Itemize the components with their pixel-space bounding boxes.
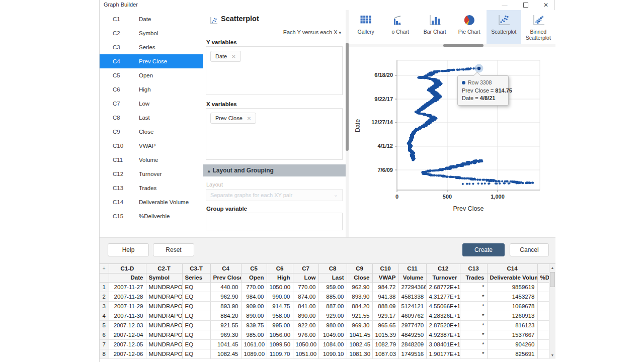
column-list-item[interactable]: C13Trades	[100, 181, 203, 195]
gallery-item-bar-chart[interactable]: Bar Chart	[418, 10, 452, 47]
table-cell[interactable]: 2.87520E+14	[426, 320, 460, 330]
row-number-cell[interactable]: 6	[100, 330, 109, 339]
column-list-item[interactable]: C6High	[100, 82, 203, 97]
table-cell[interactable]: 958.00	[267, 311, 293, 320]
worksheet-grid[interactable]: +C1-DC2-TC3-TC4C5C6C7C8C9C10C11C12C13C14…	[100, 264, 549, 359]
table-cell[interactable]: 4.31277E+14	[426, 292, 460, 301]
table-cell[interactable]: MUNDRAPORT	[146, 301, 182, 311]
table-cell[interactable]: 1082.45	[347, 339, 372, 349]
create-button[interactable]: Create	[462, 243, 505, 256]
table-cell[interactable]: 1537667	[487, 330, 537, 339]
column-code-header[interactable]: C3-T	[182, 264, 210, 273]
table-cell[interactable]: *	[460, 339, 487, 349]
table-cell[interactable]: 890.00	[241, 311, 267, 320]
column-list-item[interactable]: C9Close	[100, 125, 203, 139]
column-list-item[interactable]: C4Prev Close	[100, 54, 203, 68]
table-cell[interactable]: 1089.00	[241, 349, 267, 358]
gallery-item-scatterplot[interactable]: Scatterplot	[487, 10, 521, 47]
table-cell[interactable]: 887.00	[318, 301, 347, 311]
scroll-down-icon[interactable]: ▼	[549, 352, 555, 358]
table-cell[interactable]: 922.00	[293, 320, 318, 330]
row-number-cell[interactable]: 8	[100, 349, 109, 358]
y-variable-chip[interactable]: Date✕	[210, 51, 241, 62]
table-cell[interactable]: 909.00	[241, 301, 267, 311]
table-cell[interactable]: EQ	[182, 301, 210, 311]
table-cell[interactable]: 929.00	[318, 311, 347, 320]
table-cell[interactable]: 885.00	[318, 292, 347, 301]
y-variables-box[interactable]: Date✕	[206, 46, 343, 95]
table-cell[interactable]: 816123	[487, 320, 537, 330]
table-cell[interactable]	[537, 349, 549, 358]
table-cell[interactable]: EQ	[182, 311, 210, 320]
table-cell[interactable]: 3.08401E+14	[426, 339, 460, 349]
table-cell[interactable]: 1015.39	[372, 330, 398, 339]
row-number-cell[interactable]: 5	[100, 320, 109, 330]
help-button[interactable]: Help	[108, 243, 149, 256]
column-code-header[interactable]: C10	[372, 264, 398, 273]
table-cell[interactable]: 959.00	[318, 282, 347, 292]
mode-dropdown[interactable]: Each Y versus each X▾	[283, 29, 341, 35]
table-cell[interactable]: 2007-11-27	[109, 282, 146, 292]
gallery-item-o-chart[interactable]: o Chart	[383, 10, 418, 47]
column-list-item[interactable]: C1Date	[100, 12, 203, 26]
table-corner-cell[interactable]: +	[100, 264, 109, 273]
table-cell[interactable]: EQ	[182, 282, 210, 292]
table-cell[interactable]: 969.30	[347, 320, 372, 330]
table-cell[interactable]: 2007-12-06	[109, 349, 146, 358]
table-cell[interactable]: 770.00	[293, 282, 318, 292]
column-list-item[interactable]: C14Deliverable Volume	[100, 195, 203, 209]
column-name-header[interactable]	[100, 273, 109, 282]
table-cell[interactable]: *	[460, 311, 487, 320]
table-cell[interactable]: 2848209	[398, 339, 426, 349]
table-cell[interactable]: 921.55	[210, 320, 241, 330]
table-cell[interactable]: 888.09	[372, 301, 398, 311]
table-cell[interactable]: MUNDRAPORT	[146, 320, 182, 330]
table-cell[interactable]: 969.30	[210, 330, 241, 339]
table-cell[interactable]: 893.90	[210, 301, 241, 311]
table-cell[interactable]: 770.00	[241, 282, 267, 292]
column-name-header[interactable]: VWAP	[372, 273, 398, 282]
chip-remove-icon[interactable]: ✕	[231, 54, 235, 59]
table-cell[interactable]: 890.00	[293, 311, 318, 320]
table-cell[interactable]: 2007-12-05	[109, 339, 146, 349]
table-cell[interactable]: 4581338	[398, 292, 426, 301]
column-code-header[interactable]: C7	[293, 264, 318, 273]
column-list-item[interactable]: C3Series	[100, 40, 203, 54]
restore-icon[interactable]	[518, 0, 533, 10]
table-cell[interactable]: 4.28326E+14	[426, 311, 460, 320]
table-cell[interactable]: 990.00	[267, 292, 293, 301]
column-name-header[interactable]: Open	[241, 273, 267, 282]
table-cell[interactable]	[537, 282, 549, 292]
column-list-item[interactable]: C11Volume	[100, 153, 203, 167]
table-cell[interactable]: *	[460, 330, 487, 339]
table-cell[interactable]: 893.90	[347, 292, 372, 301]
table-cell[interactable]: 1090.10	[318, 349, 347, 358]
table-cell[interactable]: 874.00	[293, 292, 318, 301]
table-cell[interactable]: 929.17	[372, 311, 398, 320]
column-list-item[interactable]: C15%Deliverble	[100, 209, 203, 223]
table-cell[interactable]: MUNDRAPORT	[146, 292, 182, 301]
table-cell[interactable]: 1260913	[487, 311, 537, 320]
table-cell[interactable]	[537, 320, 549, 330]
gallery-item-gallery[interactable]: Gallery	[349, 10, 383, 47]
table-cell[interactable]: 2007-11-29	[109, 301, 146, 311]
column-name-header[interactable]: Trades	[460, 273, 487, 282]
x-variables-box[interactable]: Prev Close✕	[206, 108, 343, 160]
table-cell[interactable]: 2007-11-30	[109, 311, 146, 320]
scatterplot-canvas[interactable]: 7/6/094/1/1212/27/149/22/176/18/2005001,…	[349, 47, 555, 237]
table-cell[interactable]: 1081.30	[347, 349, 372, 358]
table-cell[interactable]: 914.75	[267, 301, 293, 311]
column-code-header[interactable]: C14	[487, 264, 537, 273]
table-cell[interactable]	[537, 292, 549, 301]
table-cell[interactable]: 962.90	[347, 282, 372, 292]
column-code-header[interactable]: C12	[426, 264, 460, 273]
table-cell[interactable]: 904260	[487, 339, 537, 349]
table-cell[interactable]: 1109.70	[267, 349, 293, 358]
column-name-header[interactable]: Deliverable Volume	[487, 273, 537, 282]
table-cell[interactable]: 1453278	[487, 292, 537, 301]
table-cell[interactable]: MUNDRAPORT	[146, 330, 182, 339]
x-variable-chip[interactable]: Prev Close✕	[210, 113, 256, 124]
reset-button[interactable]: Reset	[153, 243, 194, 256]
table-cell[interactable]: EQ	[182, 292, 210, 301]
column-name-header[interactable]: Turnover	[426, 273, 460, 282]
